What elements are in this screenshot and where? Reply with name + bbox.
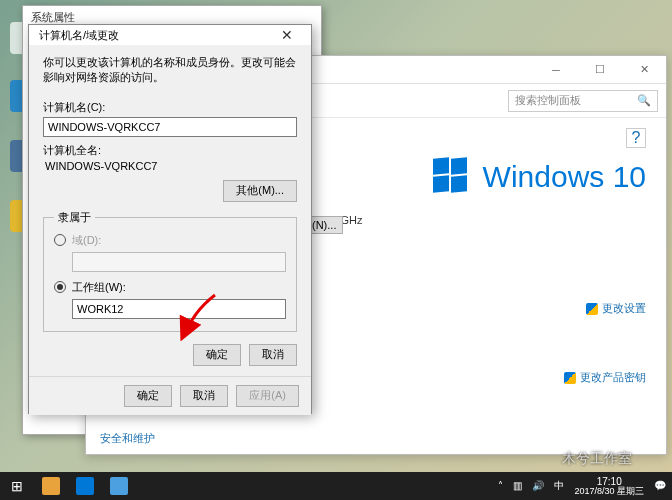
shield-icon [586, 303, 598, 315]
brand-text: Windows 10 [483, 160, 646, 194]
full-name-value: WINDOWS-VQRKCC7 [43, 160, 297, 172]
change-settings-link[interactable]: 更改设置 [586, 292, 646, 325]
tray-ime[interactable]: 中 [554, 479, 564, 493]
parent-cancel-button[interactable]: 取消 [180, 385, 228, 407]
search-icon: 🔍 [637, 94, 651, 107]
domain-input [72, 252, 286, 272]
close-button[interactable]: ✕ [622, 56, 666, 84]
cancel-button[interactable]: 取消 [249, 344, 297, 366]
taskbar-app[interactable] [68, 472, 102, 500]
shield-icon [564, 372, 576, 384]
tray-volume-icon[interactable]: 🔊 [532, 480, 544, 491]
windows-logo-icon [433, 158, 471, 196]
computer-name-dialog: 计算机名/域更改 ✕ 你可以更改该计算机的名称和成员身份。更改可能会影响对网络资… [28, 24, 312, 414]
dialog-titlebar: 计算机名/域更改 ✕ [29, 25, 311, 45]
tray-battery-icon[interactable]: ▥ [513, 480, 522, 491]
clock[interactable]: 17:10 2017/8/30 星期三 [574, 476, 644, 497]
parent-ok-button[interactable]: 确定 [124, 385, 172, 407]
taskbar: ⊞ ˄ ▥ 🔊 中 17:10 2017/8/30 星期三 💬 [0, 472, 672, 500]
taskbar-app[interactable] [102, 472, 136, 500]
watermark: 木兮工作室 [562, 450, 632, 468]
help-icon[interactable]: ? [626, 128, 646, 148]
change-key-link[interactable]: 更改产品密钥 [564, 370, 646, 385]
member-legend: 隶属于 [54, 210, 95, 225]
start-button[interactable]: ⊞ [0, 472, 34, 500]
member-of-group: 隶属于 域(D): 工作组(W): [43, 210, 297, 332]
domain-radio[interactable] [54, 234, 66, 246]
workgroup-input[interactable] [72, 299, 286, 319]
domain-label: 域(D): [72, 233, 101, 248]
tray-up-icon[interactable]: ˄ [498, 480, 503, 491]
maximize-button[interactable]: ☐ [578, 56, 622, 84]
other-button[interactable]: 其他(M)... [223, 180, 297, 202]
ok-button[interactable]: 确定 [193, 344, 241, 366]
full-name-label: 计算机全名: [43, 143, 297, 158]
close-icon[interactable]: ✕ [269, 25, 305, 45]
minimize-button[interactable]: ─ [534, 56, 578, 84]
workgroup-label: 工作组(W): [72, 280, 126, 295]
search-placeholder: 搜索控制面板 [515, 93, 581, 108]
taskbar-app[interactable] [34, 472, 68, 500]
tray-notification-icon[interactable]: 💬 [654, 480, 666, 491]
apply-button: 应用(A) [236, 385, 299, 407]
computer-name-input[interactable] [43, 117, 297, 137]
dialog-title: 计算机名/域更改 [39, 28, 269, 43]
workgroup-radio[interactable] [54, 281, 66, 293]
security-link[interactable]: 安全和维护 [100, 431, 155, 446]
system-tray: ˄ ▥ 🔊 中 17:10 2017/8/30 星期三 💬 [498, 476, 672, 497]
dialog-description: 你可以更改该计算机的名称和成员身份。更改可能会影响对网络资源的访问。 [43, 55, 297, 86]
computer-name-label: 计算机名(C): [43, 100, 297, 115]
search-input[interactable]: 搜索控制面板 🔍 [508, 90, 658, 112]
